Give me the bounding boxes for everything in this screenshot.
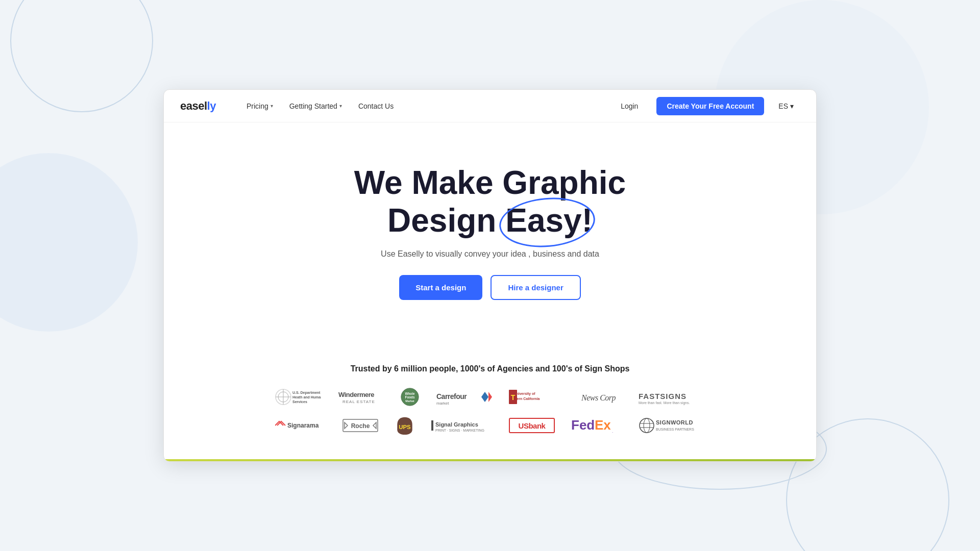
svg-text:UPS: UPS [399, 424, 411, 430]
bg-circle-top-left [10, 0, 153, 112]
windermere-svg: Windermere REAL ESTATE [337, 388, 383, 406]
svg-text:PRINT · SIGNS · MARKETING: PRINT · SIGNS · MARKETING [435, 429, 484, 432]
svg-text:U.S. Department of: U.S. Department of [292, 391, 321, 395]
signarama-svg: Signarama [275, 416, 326, 435]
nav-item-getting-started[interactable]: Getting Started ▾ [283, 98, 348, 114]
pricing-chevron-icon: ▾ [271, 103, 273, 109]
svg-marker-15 [481, 392, 488, 402]
svg-text:BUSINESS PARTNERS: BUSINESS PARTNERS [656, 428, 694, 431]
logo-signal-graphics: Signal Graphics PRINT · SIGNS · MARKETIN… [431, 416, 493, 435]
hire-designer-button[interactable]: Hire a designer [491, 275, 580, 300]
svg-text:Heath and Human: Heath and Human [292, 395, 321, 399]
language-chevron-icon: ▾ [790, 102, 794, 110]
language-selector[interactable]: ES ▾ [772, 98, 800, 114]
getting-started-label: Getting Started [289, 102, 337, 110]
svg-text:Foods: Foods [405, 395, 415, 399]
svg-text:More than fast. More than sign: More than fast. More than signs. [639, 401, 690, 405]
svg-text:News Corp: News Corp [581, 393, 616, 403]
nav-item-pricing[interactable]: Pricing ▾ [240, 98, 279, 114]
trust-text: Trusted by 6 million people, 1000's of A… [184, 364, 796, 373]
svg-text:market: market [436, 401, 449, 406]
hero-highlight-word: Easy! [505, 202, 593, 240]
svg-rect-30 [431, 420, 433, 431]
svg-marker-28 [373, 422, 376, 429]
language-label: ES [778, 102, 788, 110]
logo-signarama: Signarama [275, 416, 326, 435]
svg-point-39 [644, 418, 650, 433]
news-corp-svg: News Corp [581, 388, 622, 406]
hero-title-line1: We Make Graphic [354, 164, 626, 201]
logo-windermere: Windermere REAL ESTATE [337, 388, 383, 406]
svg-text:.: . [612, 429, 613, 434]
bg-circle-left [0, 153, 138, 332]
logo-roche: Roche [342, 416, 378, 435]
logo-us-dept: U.S. Department of Heath and Human Servi… [275, 388, 321, 406]
fastsigns-svg: FASTSIGNS More than fast. More than sign… [639, 388, 705, 406]
navbar: easelly Pricing ▾ Getting Started ▾ Cont… [164, 90, 816, 122]
carrefour-svg: Carrefour market [436, 388, 493, 406]
pricing-label: Pricing [247, 102, 268, 110]
svg-point-38 [640, 418, 654, 433]
logo-signworld: SIGNWORLD BUSINESS PARTNERS [639, 416, 705, 435]
svg-text:FASTSIGNS: FASTSIGNS [639, 392, 687, 400]
logo-fedex: Fed Ex . [571, 416, 622, 435]
logo-whole-foods: Whole Foods Market [400, 388, 420, 406]
logo-fastsigns: FASTSIGNS More than fast. More than sign… [639, 388, 705, 406]
svg-text:USbank: USbank [519, 421, 546, 430]
roche-svg: Roche [342, 416, 378, 435]
logo-ups: UPS [395, 416, 415, 435]
main-window: easelly Pricing ▾ Getting Started ▾ Cont… [163, 89, 817, 462]
logo-text-lly: ly [207, 99, 216, 112]
getting-started-chevron-icon: ▾ [339, 103, 342, 109]
logos-row-2: Signarama Roche UPS [184, 416, 796, 435]
svg-text:REAL ESTATE: REAL ESTATE [342, 399, 375, 404]
nav-links: Pricing ▾ Getting Started ▾ Contact Us [240, 98, 610, 114]
svg-text:SIGNWORLD: SIGNWORLD [656, 419, 693, 425]
login-button[interactable]: Login [610, 98, 648, 114]
svg-text:Carrefour: Carrefour [436, 392, 467, 400]
start-design-button[interactable]: Start a design [399, 275, 482, 300]
svg-marker-16 [488, 392, 492, 402]
hero-title: We Make Graphic Design Easy! [354, 164, 626, 239]
svg-text:Market: Market [405, 399, 414, 403]
svg-text:Signal Graphics: Signal Graphics [435, 421, 478, 428]
nav-right: Login Create Your Free Account ES ▾ [610, 97, 800, 115]
svg-text:Fed: Fed [571, 417, 595, 433]
logo-news-corp: News Corp [581, 388, 622, 406]
svg-text:Roche: Roche [351, 422, 370, 430]
logo-usc: USC University of Southern California T [509, 388, 565, 406]
hero-title-line2-prefix: Design [387, 202, 505, 239]
signal-graphics-svg: Signal Graphics PRINT · SIGNS · MARKETIN… [431, 416, 493, 435]
svg-text:Services: Services [292, 400, 307, 404]
svg-text:T: T [511, 393, 516, 402]
fedex-svg: Fed Ex . [571, 416, 622, 435]
hero-title-easy: Easy! [505, 202, 593, 239]
trust-section: Trusted by 6 million people, 1000's of A… [164, 356, 816, 461]
logo-text-ease: easel [180, 99, 207, 112]
create-account-button[interactable]: Create Your Free Account [656, 97, 764, 115]
hero-subtitle: Use Easelly to visually convey your idea… [381, 249, 599, 259]
hero-section: We Make Graphic Design Easy! Use Easelly… [164, 122, 816, 356]
svg-text:Whole: Whole [405, 392, 415, 395]
contact-label: Contact Us [358, 102, 394, 110]
usbank-svg: USbank [509, 416, 555, 435]
svg-text:Ex: Ex [595, 417, 611, 433]
hero-buttons: Start a design Hire a designer [399, 275, 581, 300]
signworld-svg: SIGNWORLD BUSINESS PARTNERS [639, 416, 705, 435]
svg-text:Signarama: Signarama [287, 422, 319, 429]
ups-svg: UPS [395, 416, 415, 435]
logo-us-bank: USbank [509, 416, 555, 435]
logos-row-1: U.S. Department of Heath and Human Servi… [184, 388, 796, 406]
us-dept-svg: U.S. Department of Heath and Human Servi… [275, 388, 321, 406]
logo-carrefour: Carrefour market [436, 388, 493, 406]
nav-item-contact[interactable]: Contact Us [352, 98, 400, 114]
logo[interactable]: easelly [180, 99, 216, 113]
svg-marker-26 [345, 422, 348, 429]
whole-foods-svg: Whole Foods Market [400, 388, 420, 406]
usc-svg: USC University of Southern California T [509, 388, 565, 406]
svg-text:Windermere: Windermere [338, 391, 374, 398]
